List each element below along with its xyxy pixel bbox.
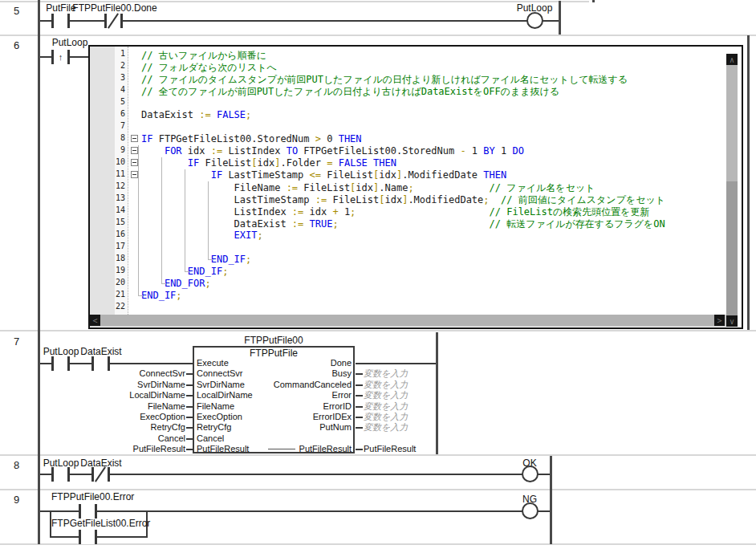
fb-input-pin-label: Cancel: [197, 433, 317, 444]
line-number: 4: [115, 85, 128, 97]
fb-output-operand-placeholder[interactable]: 変数を入力: [364, 422, 452, 433]
output-coil[interactable]: [522, 466, 539, 482]
scroll-left-icon: <: [92, 316, 97, 325]
nc-contact[interactable]: [104, 14, 123, 28]
output-coil[interactable]: [522, 502, 539, 519]
code-line[interactable]: [141, 97, 726, 109]
code-line[interactable]: LastTimeStamp := FileList[idx].ModifiedD…: [141, 193, 726, 205]
fb-input-operand[interactable]: FileName: [48, 401, 185, 412]
no-contact[interactable]: [79, 530, 97, 544]
fb-output-operand-placeholder[interactable]: 変数を入力: [364, 390, 452, 401]
fb-output-pin-label: CommandCanceled: [231, 380, 352, 390]
code-line[interactable]: [141, 242, 726, 254]
fb-input-operand[interactable]: Cancel: [48, 433, 185, 444]
contact-label[interactable]: PutLoop: [52, 38, 88, 48]
rung-number-7[interactable]: 7: [14, 336, 19, 348]
code-line[interactable]: // ファイルのタイムスタンプが前回PUTしたファイルの日付より新しければファイ…: [141, 73, 726, 85]
fb-input-operand[interactable]: PutFileResult: [48, 444, 185, 454]
fb-input-operand[interactable]: SvrDirName: [48, 380, 185, 390]
code-line[interactable]: ListIndex := idx + 1; // FileListの検索先頭位置…: [141, 205, 726, 218]
code-line[interactable]: // 古いファイルから順番に: [141, 49, 726, 61]
fb-input-operand[interactable]: LocalDirName: [48, 390, 185, 401]
st-inline-editor[interactable]: 12345678910111213141516171819202122 // 古…: [88, 45, 743, 329]
fold-collapse-icon[interactable]: [131, 159, 138, 166]
line-number: 3: [115, 73, 128, 85]
scope-guide: [161, 157, 166, 284]
code-line[interactable]: IF FTPGetFileList00.StoredNum > 0 THEN: [141, 133, 726, 145]
no-contact[interactable]: [51, 14, 70, 28]
horizontal-scrollbar-thumb[interactable]: [100, 315, 714, 326]
scroll-right-icon: >: [717, 316, 721, 325]
no-contact[interactable]: [79, 504, 97, 518]
fb-output-operand-placeholder[interactable]: 変数を入力: [364, 401, 452, 412]
fb-output-stub-wire: [356, 406, 363, 408]
fold-collapse-icon[interactable]: [131, 147, 138, 154]
rung-number-8[interactable]: 8: [14, 459, 19, 471]
rising-edge-arrow-icon: ↑: [51, 51, 70, 63]
scroll-down-button[interactable]: ∨: [726, 315, 738, 327]
output-coil[interactable]: [526, 12, 543, 29]
fb-output-operand[interactable]: PutFileResult: [364, 444, 452, 454]
code-line[interactable]: FOR idx := ListIndex TO FTPGetFileList00…: [141, 145, 726, 157]
fb-output-operand-placeholder[interactable]: 変数を入力: [364, 368, 452, 379]
code-line[interactable]: END_IF;: [141, 254, 726, 266]
code-line[interactable]: FileName := FileList[idx].Name; // ファイル名…: [141, 181, 726, 193]
code-line[interactable]: [141, 302, 726, 314]
code-line[interactable]: DataExist := TRUE; // 転送ファイルが存在するフラグをON: [141, 218, 726, 230]
fb-output-pin-label: Done: [231, 358, 352, 368]
rung-number-6[interactable]: 6: [14, 39, 19, 51]
code-line[interactable]: DataExist := FALSE;: [141, 109, 726, 121]
line-number: 7: [115, 121, 128, 133]
rising-edge-contact[interactable]: ↑: [51, 50, 70, 64]
st-line-numbers: 12345678910111213141516171819202122: [115, 47, 128, 315]
line-number: 12: [115, 181, 128, 193]
line-number: 20: [115, 278, 128, 290]
row-separator: [0, 543, 756, 545]
fb-input-stub-wire: [186, 449, 193, 450]
fb-inout-passthrough-line: [268, 449, 295, 449]
code-line[interactable]: // 全てのファイルが前回PUTしたファイルの日付より古ければDataExist…: [141, 85, 726, 97]
scroll-up-button[interactable]: ∧: [726, 54, 738, 65]
contact-label[interactable]: FTPGetFileList00.Error: [51, 518, 150, 529]
no-contact[interactable]: [51, 467, 70, 482]
contact-label[interactable]: PutFile: [46, 3, 75, 14]
code-line[interactable]: IF FileList[idx].Folder = FALSE THEN: [141, 157, 726, 169]
rung-number-9[interactable]: 9: [14, 494, 19, 506]
rung-number-5[interactable]: 5: [14, 5, 19, 17]
code-line[interactable]: [141, 121, 726, 133]
line-number: 21: [115, 290, 128, 302]
code-line[interactable]: END_IF;: [141, 290, 726, 302]
right-power-rail-stub: [592, 0, 595, 2]
contact-label[interactable]: FTPPutFile00.Error: [51, 492, 134, 502]
fb-input-operand[interactable]: ExecOption: [48, 412, 185, 422]
fb-output-operand-placeholder[interactable]: 変数を入力: [364, 412, 452, 422]
scroll-right-button[interactable]: >: [714, 315, 725, 326]
code-line[interactable]: EXIT;: [141, 230, 726, 242]
fb-input-operand[interactable]: ConnectSvr: [48, 368, 185, 379]
fb-output-pin-label: PutNum: [231, 422, 352, 433]
vertical-scrollbar-thumb[interactable]: [726, 65, 738, 181]
fb-output-pin-label: Error: [231, 390, 352, 401]
fb-instance-name[interactable]: FTPPutFile00: [193, 335, 354, 346]
fb-input-stub-wire: [186, 417, 193, 418]
fb-input-operand[interactable]: RetryCfg: [48, 422, 185, 433]
row-separator: [0, 454, 756, 456]
contact-label[interactable]: FTPPutFile00.Done: [72, 3, 156, 14]
fold-collapse-icon[interactable]: [131, 135, 138, 142]
scope-guide: [208, 181, 213, 260]
line-number: 22: [115, 302, 128, 314]
nc-contact[interactable]: [91, 467, 110, 482]
fb-input-stub-wire: [186, 406, 193, 408]
code-line[interactable]: END_FOR;: [141, 278, 726, 290]
code-line[interactable]: IF LastTimeStamp <= FileList[idx].Modifi…: [141, 169, 726, 181]
rung9-wire: [40, 510, 551, 512]
line-number: 9: [115, 145, 128, 157]
code-line[interactable]: END_IF;: [141, 266, 726, 278]
fb-output-operand-placeholder[interactable]: 変数を入力: [364, 380, 452, 390]
fb-output-stub-wire: [356, 427, 363, 429]
fold-collapse-icon[interactable]: [131, 171, 138, 178]
st-code-lines[interactable]: // 古いファイルから順番に// フォルダなら次のリストへ// ファイルのタイム…: [140, 47, 726, 315]
fb-input-stub-wire: [186, 427, 193, 429]
scroll-left-button[interactable]: <: [90, 315, 100, 326]
code-line[interactable]: // フォルダなら次のリストへ: [141, 61, 726, 73]
